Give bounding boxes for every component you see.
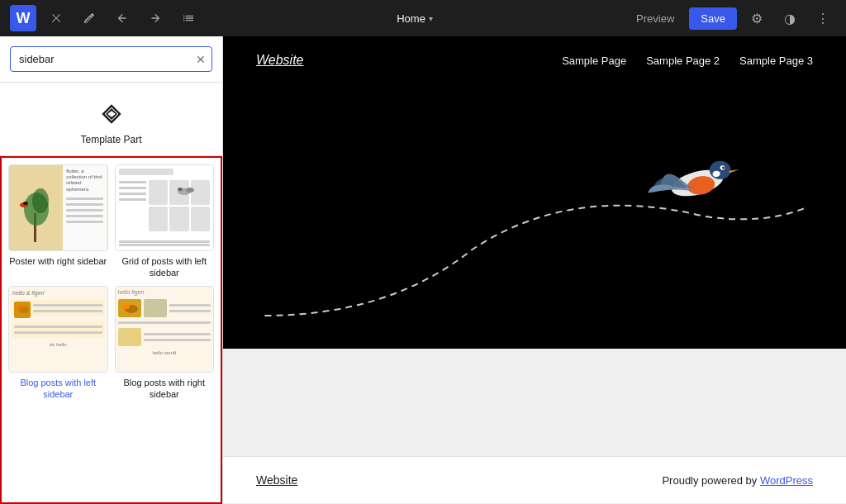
close-icon (50, 12, 63, 25)
thumb-blog-right-bird-2 (144, 299, 167, 317)
preview-button[interactable]: Preview (628, 7, 682, 30)
blog-bird-svg-1 (14, 302, 31, 318)
top-bar-right: Preview Save ⚙ ◑ ⋮ (628, 5, 836, 31)
hero-bird-svg (648, 150, 747, 216)
contrast-button[interactable]: ◑ (777, 5, 803, 31)
thumb-grid-row-2 (149, 207, 210, 231)
site-footer: Website Proudly powered by WordPress (223, 456, 846, 503)
thumb-blog-line-1a (33, 304, 102, 307)
undo-button[interactable] (109, 5, 135, 31)
redo-icon (149, 12, 162, 25)
svg-point-6 (186, 188, 194, 193)
pattern-thumb-poster-right: flutter, a collection of bird related ep… (8, 164, 108, 251)
thumb-grid-bird (172, 182, 197, 198)
list-view-button[interactable] (175, 5, 202, 31)
blog-right-bird-svg-1 (118, 299, 141, 317)
template-part-block-icon (100, 102, 123, 126)
pattern-card-blog-left[interactable]: hello & figeri (8, 286, 108, 401)
top-bar-center: Home ▾ (397, 12, 433, 25)
grid-bird-icon (172, 182, 197, 198)
thumb-line-e (119, 240, 211, 243)
nav-link-3[interactable]: Sample Page 3 (739, 55, 813, 67)
thumb-blog-right-line-2a (144, 333, 212, 335)
pattern-card-blog-right[interactable]: hello figeri (115, 286, 215, 401)
home-label: Home (397, 12, 425, 25)
thumb-line-4 (66, 215, 103, 217)
wp-logo-button[interactable]: W (10, 5, 36, 31)
thumb-grid-cell-4 (149, 207, 168, 231)
site-header: Website Sample Page Sample Page 2 Sample… (223, 36, 846, 84)
thumb-blog-right-line-1b (169, 310, 212, 312)
thumb-grid-left-col (119, 180, 146, 235)
thumb-line-d (119, 198, 146, 201)
hero-section (223, 84, 846, 349)
thumb-blog-right-lines-1 (169, 303, 212, 313)
svg-point-7 (178, 188, 183, 191)
thumb-poster-sidebar: flutter, a collection of bird related ep… (63, 165, 107, 250)
pattern-label-blog-left: Blog posts with left sidebar (8, 377, 108, 401)
thumb-line-1 (66, 197, 103, 200)
sidebar-divider (0, 82, 222, 83)
thumb-blog-line-2b (14, 331, 102, 334)
more-button[interactable]: ⋮ (810, 5, 836, 31)
thumb-line-a (119, 181, 146, 183)
pencil-icon (83, 12, 96, 25)
footer-credit-link[interactable]: WordPress (760, 474, 813, 487)
pattern-label-grid-left: Grid of posts with left sidebar (115, 255, 215, 279)
thumb-blog-right-line-2b (144, 339, 212, 341)
list-icon (182, 12, 195, 25)
footer-logo: Website (256, 473, 297, 487)
thumb-line-c (119, 193, 146, 195)
thumb-grid-cell-1 (149, 180, 168, 205)
sidebar: ✕ Template Part (0, 36, 223, 504)
pattern-label-poster-right: Poster with right sidebar (8, 255, 108, 267)
thumb-blog-right-title: hello figeri (118, 289, 212, 295)
hero-bird (648, 150, 747, 220)
pattern-row-2: hello & figeri (8, 286, 214, 401)
thumb-blog-lines-2 (14, 323, 102, 336)
home-button[interactable]: Home ▾ (397, 12, 433, 25)
chevron-down-icon: ▾ (429, 14, 433, 23)
thumb-blog-right-lines-2 (144, 332, 212, 342)
svg-point-9 (18, 307, 23, 310)
footer-credit-prefix: Proudly powered by (662, 474, 760, 487)
svg-point-11 (123, 304, 130, 309)
thumb-grid-cell-5 (169, 207, 188, 231)
pattern-label-blog-right: Blog posts with right sidebar (115, 377, 215, 401)
thumb-blog-line-2a (14, 326, 102, 328)
nav-link-1[interactable]: Sample Page (562, 55, 626, 67)
poster-illustration (16, 180, 57, 246)
nav-link-2[interactable]: Sample Page 2 (646, 55, 720, 67)
save-button[interactable]: Save (689, 7, 737, 30)
settings-button[interactable]: ⚙ (744, 5, 770, 31)
thumb-grid-header (119, 169, 173, 175)
site-logo: Website (256, 53, 304, 68)
thumb-blog-visual: hello & figeri (9, 287, 107, 372)
thumb-blog-right-img-2 (118, 328, 141, 346)
top-bar-left: W (10, 5, 202, 31)
pattern-thumb-blog-left: hello & figeri (8, 286, 108, 373)
close-button[interactable] (43, 5, 69, 31)
thumb-blog-right-visual: hello figeri (116, 287, 214, 372)
pencil-button[interactable] (76, 5, 102, 31)
pattern-grid: flutter, a collection of bird related ep… (0, 156, 222, 504)
template-part-label: Template Part (80, 134, 141, 145)
thumb-blog-right-bird-1 (118, 299, 141, 317)
thumb-line-2 (66, 203, 103, 206)
search-clear-button[interactable]: ✕ (196, 53, 206, 66)
thumb-blog-right-row-2 (118, 328, 212, 346)
pattern-card-grid-left[interactable]: Grid of posts with left sidebar (115, 164, 215, 279)
thumb-grid-visual (116, 165, 214, 250)
pattern-card-poster-right[interactable]: flutter, a collection of bird related ep… (8, 164, 108, 279)
thumb-text-snippet: flutter, a collection of bird related ep… (66, 169, 103, 193)
template-part-item[interactable]: Template Part (0, 86, 222, 155)
thumb-line-f (119, 244, 211, 246)
thumb-blog-title: hello & figeri (12, 290, 104, 296)
search-input[interactable] (10, 46, 212, 72)
template-part-icon (97, 99, 126, 129)
thumb-line-3 (66, 209, 103, 212)
redo-button[interactable] (142, 5, 169, 31)
thumb-blog-spacer (12, 318, 104, 320)
thumb-blog-right-row-1 (118, 299, 212, 317)
thumb-line-b (119, 187, 146, 189)
